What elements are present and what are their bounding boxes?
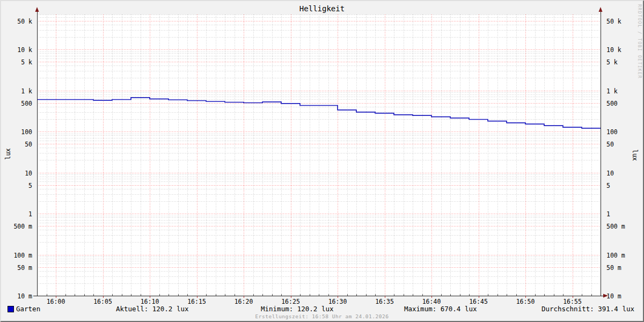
svg-text:500 m: 500 m (606, 223, 625, 230)
stat-aktuell: Aktuell: 120.2 lux (116, 305, 188, 313)
stat-maximum: Maximum: 670.4 lux (404, 305, 477, 313)
svg-text:16:25: 16:25 (281, 298, 300, 305)
svg-text:10: 10 (606, 170, 614, 177)
creation-timestamp: Erstellungszeit: 16:58 Uhr am 24.01.2026 (1, 313, 643, 319)
svg-text:5 k: 5 k (21, 58, 32, 66)
svg-text:50 m: 50 m (606, 264, 621, 272)
svg-text:500: 500 (606, 100, 618, 107)
svg-text:16:15: 16:15 (187, 298, 206, 305)
arrow-up-left-icon (35, 7, 39, 12)
svg-text:10 k: 10 k (606, 46, 621, 54)
svg-text:10 m: 10 m (606, 292, 621, 300)
svg-text:1 k: 1 k (606, 87, 618, 95)
stat-minimum: Minimum: 120.2 lux (261, 305, 333, 313)
svg-text:500 m: 500 m (13, 223, 32, 230)
rrdtool-graph: Helligkeit RRDTOOL / TOBI OETIKER lux lu… (0, 0, 644, 322)
svg-text:16:35: 16:35 (375, 298, 394, 305)
svg-text:16:10: 16:10 (141, 298, 159, 305)
svg-text:16:00: 16:00 (47, 298, 65, 305)
svg-text:16:55: 16:55 (563, 298, 582, 305)
svg-text:50: 50 (25, 141, 32, 148)
series-legend-label: Garten (16, 305, 40, 313)
svg-text:1 k: 1 k (21, 87, 32, 95)
svg-text:100 m: 100 m (606, 252, 625, 259)
svg-text:16:30: 16:30 (328, 298, 347, 305)
svg-text:10 k: 10 k (17, 46, 32, 54)
arrow-up-right-icon (599, 7, 603, 12)
svg-text:16:20: 16:20 (235, 298, 253, 305)
svg-text:50 k: 50 k (606, 18, 621, 25)
legend-row: Garten Aktuell: 120.2 lux Minimum: 120.2… (1, 305, 643, 313)
svg-text:16:45: 16:45 (469, 298, 488, 305)
svg-text:100 m: 100 m (13, 252, 32, 259)
svg-text:5: 5 (28, 182, 32, 189)
svg-text:1: 1 (28, 210, 32, 218)
svg-text:5 k: 5 k (606, 58, 618, 66)
stat-durchschnitt: Durchschnitt: 391.4 lux (541, 305, 634, 313)
svg-text:16:40: 16:40 (422, 298, 441, 305)
svg-text:100: 100 (21, 128, 32, 136)
svg-text:5: 5 (606, 182, 610, 189)
chart-plot-area: 16:0016:0516:1016:1516:2016:2516:3016:35… (1, 1, 643, 321)
svg-text:10: 10 (25, 170, 32, 177)
svg-text:16:50: 16:50 (516, 298, 535, 305)
svg-text:50: 50 (606, 141, 614, 148)
svg-text:50 k: 50 k (17, 18, 32, 25)
svg-text:500: 500 (21, 100, 32, 107)
svg-text:1: 1 (606, 210, 610, 218)
svg-text:50 m: 50 m (17, 264, 32, 272)
svg-text:100: 100 (606, 128, 618, 136)
svg-text:16:05: 16:05 (93, 298, 112, 305)
svg-text:10 m: 10 m (17, 292, 32, 300)
series-color-swatch (8, 306, 14, 312)
